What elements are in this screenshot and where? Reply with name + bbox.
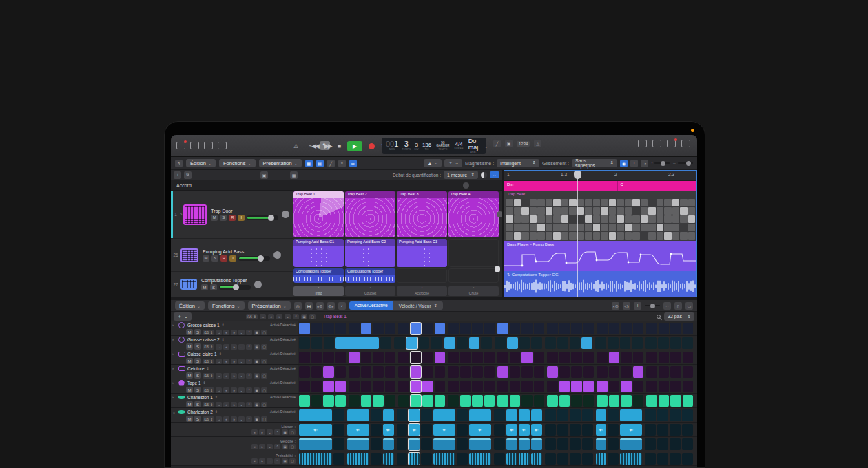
playmode-icon[interactable]: →	[216, 330, 222, 335]
step-cell-active[interactable]: ◆›	[299, 424, 332, 436]
window-icon[interactable]: ▭	[685, 302, 693, 310]
rotate-left-icon[interactable]: «	[223, 416, 229, 422]
apple-loops-icon[interactable]	[667, 140, 676, 147]
loop-cell[interactable]: Computations Topper	[293, 268, 344, 283]
step-cell[interactable]	[521, 395, 533, 407]
step-cell[interactable]	[497, 352, 508, 363]
link-icon[interactable]: ↔	[490, 171, 499, 178]
step-cell[interactable]	[582, 410, 593, 421]
solo-button[interactable]: S	[194, 416, 201, 422]
playmode-icon[interactable]: →	[216, 359, 222, 364]
step-cell[interactable]	[633, 395, 644, 407]
volume-slider[interactable]	[247, 215, 278, 220]
disclosure-icon[interactable]: ›	[172, 352, 176, 356]
step-cell-active[interactable]	[472, 395, 483, 407]
empty-cell[interactable]	[448, 239, 499, 267]
step-cell-active[interactable]	[323, 381, 334, 392]
step-cell[interactable]	[457, 410, 468, 421]
step-cell-active[interactable]	[347, 453, 369, 465]
midi-capture-icon[interactable]: ꞛ	[338, 160, 346, 167]
preview-icon[interactable]: ▣	[260, 171, 268, 179]
step-cell[interactable]	[582, 438, 593, 450]
step-cell[interactable]	[299, 352, 310, 363]
bar-ruler[interactable]: 11.322.3	[504, 171, 696, 181]
disclosure-icon[interactable]: ›	[172, 366, 176, 370]
draw-icon[interactable]: ╱	[327, 160, 335, 167]
step-cell[interactable]	[570, 453, 581, 465]
solo-button[interactable]: S	[194, 329, 201, 335]
solo-button[interactable]: S	[194, 343, 201, 350]
mute-button[interactable]: M	[186, 387, 193, 393]
step-cell[interactable]	[398, 366, 409, 378]
step-cell[interactable]	[335, 352, 347, 363]
step-cell[interactable]	[349, 323, 360, 334]
step-cell[interactable]	[398, 395, 409, 407]
step-cell[interactable]	[683, 323, 694, 334]
track-header[interactable]: 27Computations TopperMS	[171, 272, 293, 297]
step-cell[interactable]	[397, 424, 408, 436]
step-cell[interactable]	[670, 352, 681, 363]
step-cell[interactable]	[609, 381, 620, 392]
copy-icon[interactable]: ▣	[254, 402, 260, 407]
empty-cell[interactable]	[397, 268, 447, 283]
step-cell[interactable]	[670, 410, 681, 421]
step-cell-active[interactable]	[633, 366, 644, 378]
step-cell[interactable]	[570, 410, 581, 421]
step-cell[interactable]	[659, 381, 670, 392]
rotate-left-icon[interactable]: «	[223, 387, 229, 393]
list-editors-icon[interactable]	[638, 140, 647, 147]
step-cell-active[interactable]: ◆›	[620, 424, 642, 436]
pan-knob[interactable]	[273, 251, 281, 259]
copy-icon[interactable]: ▣	[282, 429, 288, 435]
zoom-icon[interactable]	[657, 315, 661, 319]
copy-icon[interactable]: ▣	[282, 458, 288, 464]
h-scroll-icon[interactable]: ↔	[663, 302, 671, 310]
step-cell-active[interactable]	[349, 352, 360, 363]
library-icon[interactable]	[190, 142, 199, 149]
step-cell[interactable]	[570, 337, 581, 349]
mute-button[interactable]: M	[186, 329, 193, 335]
rotate-right-icon[interactable]: »	[259, 429, 265, 435]
step-cell[interactable]	[394, 337, 405, 349]
step-cell-active[interactable]	[519, 438, 530, 450]
step-cell-active[interactable]	[335, 337, 379, 349]
step-cell-active[interactable]	[460, 395, 471, 407]
step-cell[interactable]	[421, 410, 432, 421]
step-cell[interactable]	[534, 395, 545, 407]
menu-presentation[interactable]: Présentation⌄	[248, 301, 291, 310]
add-row-button[interactable]: ＋⌄	[174, 312, 192, 321]
step-cell-active[interactable]	[506, 453, 517, 465]
volume-knob[interactable]	[233, 284, 239, 290]
paste-icon[interactable]: ▢	[309, 314, 316, 319]
step-cell[interactable]	[608, 453, 619, 465]
copy-icon[interactable]: ▣	[254, 344, 260, 350]
step-cell-active[interactable]	[621, 381, 632, 392]
step-cell[interactable]	[534, 366, 545, 378]
step-cell-active[interactable]	[547, 395, 558, 407]
step-cell[interactable]	[311, 366, 322, 378]
step-cell[interactable]	[448, 381, 459, 392]
step-cell[interactable]	[570, 424, 581, 436]
rewind-icon[interactable]: ◀◀	[311, 142, 318, 149]
step-cell-active[interactable]	[597, 395, 608, 407]
playmode-icon[interactable]: →	[216, 344, 222, 350]
step-cell[interactable]	[373, 323, 384, 334]
step-cell-active[interactable]	[559, 395, 570, 407]
step-cell-active[interactable]	[597, 381, 608, 392]
step-cell-active[interactable]	[411, 323, 422, 334]
volume-slider[interactable]	[219, 285, 251, 290]
step-cell[interactable]	[682, 453, 693, 465]
step-cell[interactable]	[335, 366, 347, 378]
increment-icon[interactable]: ⌃	[246, 330, 252, 335]
step-cell[interactable]	[571, 395, 582, 407]
step-cell[interactable]	[521, 323, 533, 334]
rotate-left-icon[interactable]: «	[223, 330, 229, 335]
step-cell[interactable]	[371, 410, 382, 421]
increment-icon[interactable]: ⌃	[293, 314, 299, 319]
step-cell[interactable]	[333, 410, 344, 421]
link-mode-icon[interactable]: ⧓	[305, 302, 313, 310]
step-cell-active[interactable]: ◆›	[409, 424, 420, 436]
step-cell[interactable]	[683, 381, 694, 392]
rotate-left-icon[interactable]: «	[251, 444, 258, 449]
mute-button[interactable]: M	[186, 401, 193, 407]
